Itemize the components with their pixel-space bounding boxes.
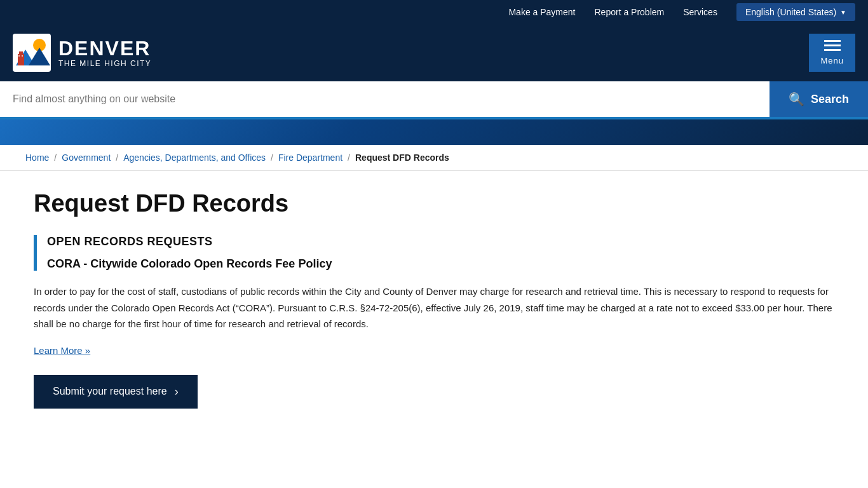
open-records-section: OPEN RECORDS REQUESTS CORA - Citywide Co… [34, 235, 834, 271]
breadcrumb-government[interactable]: Government [62, 152, 111, 163]
submit-button-label: Submit your request here [53, 386, 167, 397]
menu-label: Menu [820, 56, 844, 65]
decorative-strip [0, 119, 868, 145]
breadcrumb-separator: / [348, 152, 350, 163]
main-content: Request DFD Records OPEN RECORDS REQUEST… [8, 171, 860, 447]
breadcrumb-fire[interactable]: Fire Department [278, 152, 342, 163]
breadcrumb-home[interactable]: Home [25, 152, 49, 163]
language-label: English (United States) [745, 7, 836, 17]
breadcrumb-current: Request DFD Records [355, 152, 449, 163]
city-tagline: THE MILE HIGH CITY [58, 60, 151, 68]
report-problem-link[interactable]: Report a Problem [595, 7, 665, 17]
menu-button[interactable]: Menu [809, 34, 855, 72]
denver-logo-icon [13, 34, 51, 72]
learn-more-link[interactable]: Learn More » [34, 345, 90, 356]
hamburger-icon [824, 44, 841, 46]
breadcrumb-separator: / [271, 152, 273, 163]
open-records-heading: OPEN RECORDS REQUESTS [47, 235, 834, 248]
page-title: Request DFD Records [34, 190, 834, 217]
make-payment-link[interactable]: Make a Payment [508, 7, 575, 17]
hamburger-icon [824, 40, 841, 42]
breadcrumb-separator: / [54, 152, 57, 163]
city-name: DENVER [58, 37, 151, 60]
svg-rect-6 [18, 55, 20, 57]
search-button-label: Search [811, 93, 849, 106]
cora-heading: CORA - Citywide Colorado Open Records Fe… [47, 257, 834, 271]
svg-rect-7 [22, 55, 23, 57]
arrow-icon: › [175, 385, 179, 398]
breadcrumb-agencies[interactable]: Agencies, Departments, and Offices [123, 152, 266, 163]
search-input[interactable] [0, 81, 770, 117]
svg-rect-5 [19, 51, 23, 55]
search-bar: 🔍 Search [0, 81, 868, 119]
search-icon: 🔍 [789, 92, 804, 107]
cora-body-text: In order to pay for the cost of staff, c… [34, 283, 834, 332]
svg-rect-0 [13, 34, 51, 72]
search-button[interactable]: 🔍 Search [770, 81, 868, 117]
logo-text: DENVER THE MILE HIGH CITY [58, 37, 151, 68]
services-link[interactable]: Services [683, 7, 717, 17]
logo-area: DENVER THE MILE HIGH CITY [13, 34, 151, 72]
site-header: DENVER THE MILE HIGH CITY Menu [0, 24, 868, 81]
breadcrumb-separator: / [116, 152, 118, 163]
language-selector[interactable]: English (United States) ▼ [736, 3, 855, 21]
chevron-down-icon: ▼ [840, 9, 846, 16]
utility-bar: Make a Payment Report a Problem Services… [0, 0, 868, 24]
submit-request-button[interactable]: Submit your request here › [34, 375, 198, 409]
breadcrumb: Home / Government / Agencies, Department… [0, 145, 868, 171]
hamburger-icon [824, 49, 841, 51]
